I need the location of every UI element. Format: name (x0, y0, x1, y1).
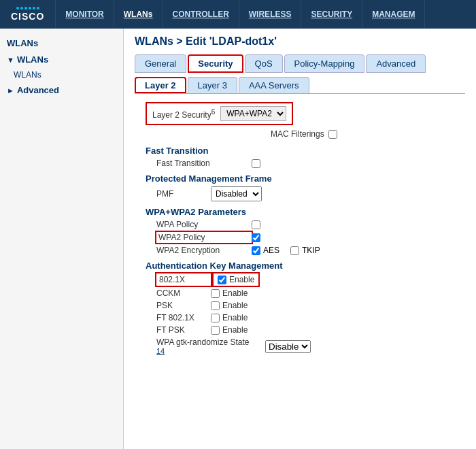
cisco-dots (16, 7, 39, 10)
akm-psk-checkbox[interactable] (211, 301, 220, 310)
sidebar-wlans-label: WLANs (17, 54, 48, 65)
tabs-row: General Security QoS Policy-Mapping Adva… (135, 54, 465, 73)
wpa-policy-checkbox[interactable] (252, 220, 260, 229)
akm-8021x-label: 802.1X (156, 273, 211, 286)
nav-wlans[interactable]: WLANs (114, 0, 163, 29)
sidebar-wlans[interactable]: ▼ WLANs (0, 51, 123, 68)
akm-ft8021x-enable-label: Enable (222, 313, 248, 322)
akm-row-ft8021x: FT 802.1X Enable (135, 313, 465, 322)
cisco-logo: CISCO (0, 0, 56, 29)
sidebar-item-wlans[interactable]: WLANs (0, 68, 123, 82)
fast-transition-row: Fast Transition (135, 159, 465, 168)
akm-8021x-enable: Enable (214, 273, 258, 286)
mac-filtering-checkbox[interactable] (328, 130, 337, 139)
top-nav: CISCO MONITOR WLANs CONTROLLER WIRELESS … (0, 0, 476, 29)
subtab-layer3[interactable]: Layer 3 (188, 77, 237, 93)
fast-transition-label: Fast Transition (156, 159, 252, 168)
tab-general[interactable]: General (135, 54, 186, 73)
pmf-heading: Protected Management Frame (135, 173, 465, 184)
main-layout: WLANs ▼ WLANs WLANs ► Advanced WLANs > E… (0, 29, 476, 449)
fast-transition-heading: Fast Transition (135, 146, 465, 156)
sidebar-advanced-arrow: ► (7, 86, 14, 95)
subtabs-row: Layer 2 Layer 3 AAA Servers (135, 77, 465, 94)
nav-security[interactable]: SECURITY (301, 0, 362, 29)
layer2-security-box: Layer 2 Security6 WPA+WPA2 None WPA Stat… (146, 102, 293, 125)
akm-cckm-enable-label: Enable (222, 288, 248, 298)
akm-psk-label: PSK (156, 301, 211, 310)
sidebar-advanced-label: Advanced (17, 85, 59, 95)
layer2-security-select[interactable]: WPA+WPA2 None WPA Static WEP CKIP (220, 106, 286, 121)
nav-management[interactable]: MANAGEM (362, 0, 425, 29)
wpa2-policy-label: WPA2 Policy (156, 232, 252, 243)
wpa-policy-label: WPA Policy (156, 220, 252, 229)
pmf-select[interactable]: Disabled Optional Required (211, 186, 262, 201)
pmf-row: PMF Disabled Optional Required (135, 186, 465, 201)
akm-ft8021x-label: FT 802.1X (156, 313, 211, 322)
content: WLANs > Edit 'LDAP-dot1x' General Securi… (124, 29, 476, 449)
akm-8021x-enable-label: Enable (229, 275, 254, 284)
sidebar-wlans-arrow: ▼ (7, 56, 14, 64)
wpa2-enc-label: WPA2 Encryption (156, 246, 252, 255)
gtk-select[interactable]: Disable Enable (265, 340, 311, 353)
akm-row-ftpsk: FT PSK Enable (135, 325, 465, 335)
akm-ftpsk-enable-label: Enable (222, 325, 248, 335)
tab-advanced[interactable]: Advanced (366, 54, 426, 73)
wpa2-policy-row: WPA2 Policy (135, 232, 465, 243)
akm-cckm-checkbox[interactable] (211, 289, 220, 298)
akm-ft8021x-checkbox[interactable] (211, 314, 220, 322)
akm-row-psk: PSK Enable (135, 301, 465, 310)
akm-row-8021x: 802.1X Enable (135, 273, 465, 286)
akm-row-cckm: CCKM Enable (135, 288, 465, 298)
wpa2-enc-tkip-label: TKIP (302, 246, 320, 255)
wpa-policy-row: WPA Policy (135, 220, 465, 229)
akm-cckm-label: CCKM (156, 288, 211, 298)
gtk-row: WPA gtk-randomize State 14 Disable Enabl… (135, 337, 465, 355)
akm-heading: Authentication Key Management (135, 261, 465, 271)
sidebar-advanced[interactable]: ► Advanced (0, 82, 123, 99)
wpa-heading: WPA+WPA2 Parameters (135, 207, 465, 217)
gtk-label: WPA gtk-randomize State 14 (156, 337, 265, 355)
pmf-label: PMF (156, 189, 211, 199)
nav-wireless[interactable]: WIRELESS (239, 0, 302, 29)
wpa2-encryption-row: WPA2 Encryption AES TKIP (135, 246, 465, 255)
tab-policy-mapping[interactable]: Policy-Mapping (284, 54, 365, 73)
gtk-link[interactable]: 14 (156, 347, 265, 355)
wpa2-enc-aes-label: AES (263, 246, 279, 255)
nav-items: MONITOR WLANs CONTROLLER WIRELESS SECURI… (56, 0, 425, 29)
wpa2-enc-aes-checkbox[interactable] (252, 246, 260, 255)
page-title: WLANs > Edit 'LDAP-dot1x' (135, 35, 465, 48)
nav-monitor[interactable]: MONITOR (56, 0, 114, 29)
subtab-aaa-servers[interactable]: AAA Servers (239, 77, 309, 93)
sidebar: WLANs ▼ WLANs WLANs ► Advanced (0, 29, 124, 449)
sidebar-title: WLANs (0, 34, 123, 51)
akm-8021x-checkbox[interactable] (218, 276, 226, 284)
layer2-security-label: Layer 2 Security6 (152, 108, 215, 120)
akm-ftpsk-checkbox[interactable] (211, 326, 220, 335)
akm-ftpsk-label: FT PSK (156, 325, 211, 335)
fast-transition-checkbox[interactable] (252, 159, 260, 168)
tab-qos[interactable]: QoS (245, 54, 283, 73)
wpa2-enc-tkip-checkbox[interactable] (290, 246, 299, 255)
mac-filtering-label: MAC Filterings (271, 129, 324, 139)
akm-psk-enable-label: Enable (222, 301, 248, 310)
mac-filtering-row: MAC Filterings (271, 129, 465, 139)
tab-security[interactable]: Security (188, 54, 243, 73)
subtab-layer2[interactable]: Layer 2 (135, 77, 186, 93)
nav-controller[interactable]: CONTROLLER (163, 0, 239, 29)
cisco-logo-text: CISCO (11, 11, 44, 22)
wpa2-policy-checkbox[interactable] (252, 233, 260, 242)
